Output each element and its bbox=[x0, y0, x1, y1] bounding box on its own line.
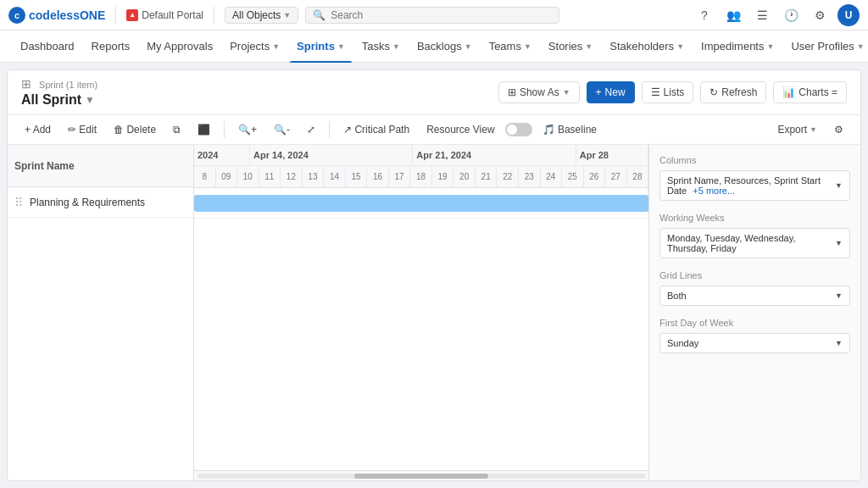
gantt-day-26: 26 bbox=[584, 166, 606, 187]
grid-lines-select[interactable]: Both ▼ bbox=[659, 286, 850, 306]
gantt-day-21: 21 bbox=[476, 166, 498, 187]
nav-dashboard[interactable]: Dashboard bbox=[14, 30, 81, 63]
scrollbar-track[interactable] bbox=[198, 474, 645, 479]
charts-button[interactable]: 📊 Charts = bbox=[773, 81, 847, 103]
gantt-left-panel: Sprint Name ⠿ Planning & Requirements bbox=[8, 145, 194, 480]
resource-view-toggle[interactable] bbox=[505, 123, 532, 136]
columns-select[interactable]: Sprint Name, Resources, Sprint Start Dat… bbox=[659, 170, 850, 201]
lists-icon: ☰ bbox=[651, 86, 660, 98]
nav-stakeholders[interactable]: Stakeholders▼ bbox=[603, 30, 691, 63]
copy-button[interactable]: ⧉ bbox=[166, 120, 187, 139]
sprint-title: All Sprint ▼ bbox=[21, 92, 97, 108]
drag-handle[interactable]: ⠿ bbox=[14, 196, 23, 209]
nav-projects[interactable]: Projects▼ bbox=[223, 30, 287, 63]
gantt-day-22: 22 bbox=[497, 166, 519, 187]
gantt-week-row: 2024 Apr 14, 2024 Apr 21, 2024 Apr 28 bbox=[194, 145, 648, 166]
backlogs-caret: ▼ bbox=[465, 42, 472, 51]
nav-divider-2 bbox=[214, 7, 214, 24]
gantt-row-0: ⠿ Planning & Requirements bbox=[8, 187, 193, 218]
export-button[interactable]: Export ▼ bbox=[771, 120, 824, 139]
help-icon[interactable]: ? bbox=[693, 4, 715, 26]
gantt-day-row: 8 09 10 11 12 13 14 15 16 17 18 19 20 21… bbox=[194, 166, 648, 187]
toolbar-divider-1 bbox=[224, 121, 225, 138]
settings-icon[interactable]: ⚙ bbox=[809, 4, 831, 26]
sprint-title-caret[interactable]: ▼ bbox=[85, 94, 95, 106]
stakeholders-caret: ▼ bbox=[676, 42, 684, 51]
show-as-button[interactable]: ⊞ Show As ▼ bbox=[498, 81, 580, 103]
app-logo: c codelessONE bbox=[8, 7, 105, 24]
gantt-day-11: 11 bbox=[259, 166, 281, 187]
working-weeks-setting: Working Weeks Monday, Tuesday, Wednesday… bbox=[659, 213, 850, 258]
all-objects-caret: ▼ bbox=[283, 11, 291, 19]
lists-button[interactable]: ☰ Lists bbox=[642, 81, 694, 103]
all-objects-button[interactable]: All Objects ▼ bbox=[225, 7, 298, 24]
settings-panel: Columns Sprint Name, Resources, Sprint S… bbox=[648, 145, 860, 480]
impediments-caret: ▼ bbox=[766, 42, 774, 51]
gantt-day-8: 8 bbox=[194, 166, 216, 187]
gantt-day-18: 18 bbox=[410, 166, 432, 187]
gantt-day-19: 19 bbox=[432, 166, 454, 187]
new-button[interactable]: + New bbox=[587, 81, 635, 103]
edit-button[interactable]: ✏ Edit bbox=[61, 120, 103, 139]
baseline-button[interactable]: 🎵 Baseline bbox=[536, 120, 604, 139]
nav-reports[interactable]: Reports bbox=[85, 30, 137, 63]
critical-path-button[interactable]: ↗ Critical Path bbox=[337, 120, 416, 139]
gantt-day-17: 17 bbox=[389, 166, 411, 187]
charts-icon: 📊 bbox=[782, 86, 795, 98]
sprint-header: ⊞ Sprint (1 item) All Sprint ▼ ⊞ Show As… bbox=[8, 70, 860, 115]
gantt-week-apr28: Apr 28 bbox=[576, 145, 648, 165]
nav-approvals[interactable]: My Approvals bbox=[140, 30, 220, 63]
gantt-day-27: 27 bbox=[605, 166, 627, 187]
gantt-column-header: Sprint Name bbox=[8, 145, 193, 187]
refresh-icon: ↻ bbox=[709, 86, 718, 98]
gantt-day-09: 09 bbox=[216, 166, 238, 187]
resource-view-button[interactable]: Resource View bbox=[420, 120, 501, 139]
avatar[interactable]: U bbox=[837, 4, 860, 26]
gantt-bar-planning[interactable] bbox=[194, 195, 648, 212]
add-button[interactable]: + Add bbox=[18, 120, 58, 139]
sprint-title-area: ⊞ Sprint (1 item) All Sprint ▼ bbox=[21, 77, 97, 108]
nav-backlogs[interactable]: Backlogs▼ bbox=[410, 30, 479, 63]
columns-caret: ▼ bbox=[835, 181, 843, 190]
zoom-in-button[interactable]: 🔍+ bbox=[231, 120, 264, 139]
sprint-subtitle: ⊞ Sprint (1 item) bbox=[21, 77, 97, 91]
nav-user-profiles[interactable]: User Profiles▼ bbox=[784, 30, 868, 63]
stories-caret: ▼ bbox=[585, 42, 593, 51]
first-day-caret: ▼ bbox=[835, 339, 843, 347]
grid-lines-setting: Grid Lines Both ▼ bbox=[659, 270, 850, 306]
logo-icon: c bbox=[8, 7, 25, 24]
search-bar[interactable]: 🔍 bbox=[305, 7, 559, 24]
nav-tasks[interactable]: Tasks▼ bbox=[355, 30, 407, 63]
users-icon[interactable]: 👥 bbox=[722, 4, 744, 26]
nav-sprints[interactable]: Sprints▼ bbox=[290, 30, 352, 63]
history-icon[interactable]: 🕐 bbox=[780, 4, 802, 26]
zoom-out-button[interactable]: 🔍- bbox=[267, 120, 297, 139]
tasks-caret: ▼ bbox=[392, 42, 400, 51]
working-weeks-select[interactable]: Monday, Tuesday, Wednesday, Thursday, Fr… bbox=[659, 228, 850, 258]
gantt-day-15: 15 bbox=[346, 166, 368, 187]
expand-button[interactable]: ⤢ bbox=[300, 120, 322, 139]
nav-impediments[interactable]: Impediments▼ bbox=[694, 30, 781, 63]
gantt-week-apr14: Apr 14, 2024 bbox=[250, 145, 413, 165]
menu-icon[interactable]: ☰ bbox=[751, 4, 773, 26]
gantt-right-panel: 2024 Apr 14, 2024 Apr 21, 2024 Apr 28 8 … bbox=[194, 145, 648, 480]
gantt-settings-button[interactable]: ⚙ bbox=[827, 120, 850, 139]
nav-teams[interactable]: Teams▼ bbox=[482, 30, 538, 63]
refresh-button[interactable]: ↻ Refresh bbox=[700, 81, 766, 103]
nav-stories[interactable]: Stories▼ bbox=[542, 30, 599, 63]
gantt-container: Sprint Name ⠿ Planning & Requirements 20… bbox=[8, 145, 860, 480]
paste-button[interactable]: ⬛ bbox=[191, 120, 217, 139]
toolbar-right: Export ▼ ⚙ bbox=[771, 120, 850, 139]
horizontal-scrollbar[interactable] bbox=[194, 470, 648, 480]
gantt-week-apr21: Apr 21, 2024 bbox=[413, 145, 576, 165]
delete-button[interactable]: 🗑 Delete bbox=[107, 120, 163, 139]
content-area: ⊞ Sprint (1 item) All Sprint ▼ ⊞ Show As… bbox=[7, 69, 861, 481]
sprint-actions: ⊞ Show As ▼ + New ☰ Lists ↻ Refresh 📊 Ch… bbox=[498, 81, 847, 103]
scrollbar-thumb[interactable] bbox=[354, 474, 488, 479]
sprints-caret: ▼ bbox=[337, 42, 345, 51]
search-input[interactable] bbox=[331, 9, 552, 21]
export-caret: ▼ bbox=[810, 125, 817, 134]
projects-caret: ▼ bbox=[272, 42, 280, 51]
grid-lines-caret: ▼ bbox=[835, 291, 843, 300]
first-day-select[interactable]: Sunday ▼ bbox=[659, 333, 850, 353]
